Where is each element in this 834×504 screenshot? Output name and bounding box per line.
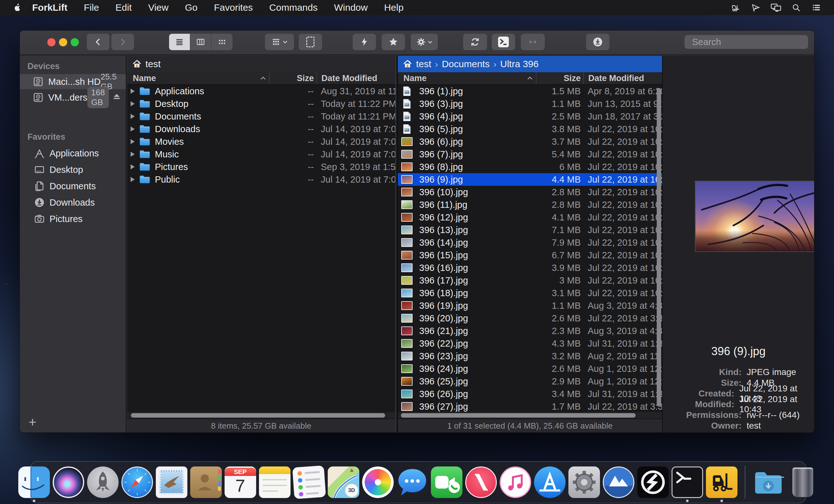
search-field[interactable] — [684, 35, 808, 49]
close-window-button[interactable] — [47, 38, 56, 46]
file-row-pictures[interactable]: Pictures -- Sep 3, 2019 at 1:53… — [127, 160, 395, 173]
file-row-applications[interactable]: Applications -- Aug 31, 2019 at 11:0… — [127, 85, 395, 97]
disclosure-triangle-icon[interactable] — [127, 164, 138, 169]
menu-list-icon[interactable] — [806, 0, 827, 15]
file-row-396-24-jpg[interactable]: 396 (24).jpg 2.6 MB Aug 1, 2019 at 12:5 — [398, 363, 662, 375]
dock-item-photos[interactable] — [362, 466, 394, 498]
file-row-396-20-jpg[interactable]: 396 (20).jpg 2.6 MB Jul 22, 2019 at 3:3 — [398, 312, 662, 325]
dock-item-siri[interactable] — [53, 466, 84, 498]
dock-item-notes[interactable] — [259, 466, 290, 498]
menu-item-commands[interactable]: Commands — [261, 0, 326, 15]
file-row-396-7-jpg[interactable]: 396 (7).jpg 5.4 MB Jul 22, 2019 at 10:4 — [398, 148, 662, 160]
sidebar-item-documents[interactable]: Documents — [20, 178, 126, 194]
file-row-396-3-jpg[interactable]: 396 (3).jpg 1.1 MB Jun 13, 2015 at 9:1 — [398, 97, 662, 110]
left-pane-path-bar[interactable]: test — [127, 56, 395, 72]
file-row-396-4-jpg[interactable]: 396 (4).jpg 2.5 MB Jun 18, 2017 at 3:2 — [398, 110, 662, 123]
select-marquee-button[interactable] — [299, 34, 322, 50]
eject-icon[interactable] — [112, 92, 122, 104]
file-row-396-27-jpg[interactable]: 396 (27).jpg 1.7 MB Jul 22, 2019 at 3:3 — [398, 400, 662, 412]
dock-item-black-circle-app[interactable] — [637, 466, 669, 498]
file-row-public[interactable]: Public -- Jul 14, 2019 at 7:04… — [127, 173, 395, 186]
file-row-movies[interactable]: Movies -- Jul 14, 2019 at 7:04… — [127, 135, 395, 148]
file-row-396-6-jpg[interactable]: 396 (6).jpg 3.7 MB Jul 22, 2019 at 10:4 — [398, 135, 662, 148]
forward-button[interactable] — [111, 34, 134, 50]
dock-item-launchpad[interactable] — [87, 466, 118, 498]
dock-item-blue-mountain-app[interactable] — [603, 466, 634, 498]
disclosure-triangle-icon[interactable] — [127, 127, 138, 132]
disclosure-triangle-icon[interactable] — [127, 114, 138, 119]
dock-item-forklift[interactable] — [706, 466, 738, 498]
dock-item-contacts[interactable] — [190, 466, 222, 498]
menu-item-help[interactable]: Help — [376, 0, 412, 15]
menu-item-window[interactable]: Window — [326, 0, 376, 15]
sync-button[interactable] — [463, 34, 487, 50]
file-row-396-5-jpg[interactable]: 396 (5).jpg 3.8 MB Jul 22, 2019 at 10:4 — [398, 123, 662, 135]
dock-item-itunes[interactable] — [500, 466, 531, 498]
menu-item-go[interactable]: Go — [177, 0, 206, 15]
dock-item-terminal[interactable] — [672, 466, 703, 498]
zoom-window-button[interactable] — [71, 38, 79, 46]
column-view-button[interactable] — [190, 34, 211, 50]
disclosure-triangle-icon[interactable] — [127, 177, 138, 182]
back-button[interactable] — [87, 34, 109, 50]
sidebar-item-pictures[interactable]: Pictures — [20, 211, 126, 227]
file-row-music[interactable]: Music -- Jul 14, 2019 at 7:04… — [127, 148, 395, 160]
dock-item-reminders[interactable] — [293, 466, 325, 498]
favorites-button[interactable] — [382, 34, 405, 50]
actions-gear-button[interactable] — [411, 34, 438, 50]
file-row-396-16-jpg[interactable]: 396 (16).jpg 3.9 MB Jul 22, 2019 at 10:4 — [398, 261, 662, 274]
disclosure-triangle-icon[interactable] — [127, 89, 138, 94]
column-header-size[interactable]: Size — [536, 72, 583, 84]
dock-item-news[interactable] — [465, 466, 497, 498]
breadcrumb-segment-documents[interactable]: Documents — [442, 59, 490, 69]
file-row-396-22-jpg[interactable]: 396 (22).jpg 4.3 MB Jul 31, 2019 at 1:3 — [398, 337, 662, 350]
column-header-name[interactable]: Name — [398, 73, 536, 83]
file-row-396-17-jpg[interactable]: 396 (17).jpg 3 MB Jul 22, 2019 at 10:4 — [398, 274, 662, 287]
arrange-by-button[interactable] — [265, 34, 294, 50]
menu-app-name[interactable]: ForkLift — [23, 2, 76, 13]
right-hscroll-thumb[interactable] — [401, 413, 636, 418]
add-favorite-button[interactable]: + — [25, 415, 39, 429]
file-row-396-8-jpg[interactable]: 396 (8).jpg 6 MB Jul 22, 2019 at 10:4 — [398, 160, 662, 173]
column-header-size[interactable]: Size — [269, 72, 316, 84]
sidebar-item-maci-sh-hd[interactable]: Maci...sh HD 25.5 GB — [20, 74, 126, 89]
file-row-396-13-jpg[interactable]: 396 (13).jpg 7.1 MB Jul 22, 2019 at 10:4 — [398, 224, 662, 236]
dock-item-safari[interactable] — [122, 466, 153, 498]
file-row-396-9-jpg[interactable]: 396 (9).jpg 4.4 MB Jul 22, 2019 at 10:4 — [398, 173, 662, 186]
minimize-window-button[interactable] — [59, 38, 67, 46]
right-vscroll-thumb[interactable] — [657, 88, 661, 407]
quick-actions-button[interactable] — [353, 34, 376, 50]
menu-item-view[interactable]: View — [140, 0, 177, 15]
transfer-button[interactable] — [521, 34, 545, 50]
paper-plane-icon[interactable] — [746, 0, 766, 15]
dock-item-downloads-folder[interactable] — [753, 466, 784, 498]
file-row-396-21-jpg[interactable]: 396 (21).jpg 2.3 MB Aug 3, 2019 at 4:30 — [398, 325, 662, 337]
dock-item-messages[interactable] — [396, 466, 428, 498]
file-row-396-11-jpg[interactable]: 396 (11).jpg 2.8 MB Jul 22, 2019 at 10:4 — [398, 198, 662, 211]
disclosure-triangle-icon[interactable] — [127, 152, 138, 157]
file-row-396-15-jpg[interactable]: 396 (15).jpg 6.7 MB Jul 22, 2019 at 10:4 — [398, 249, 662, 261]
icon-view-button[interactable] — [211, 34, 233, 50]
file-row-396-18-jpg[interactable]: 396 (18).jpg 3.1 MB Jul 22, 2019 at 10:4 — [398, 287, 662, 299]
column-header-name[interactable]: Name — [127, 73, 269, 83]
dock-item-system-preferences[interactable] — [568, 466, 600, 498]
column-header-date-modified[interactable]: Date Modified — [316, 72, 395, 84]
dock-item-finder[interactable] — [18, 466, 50, 498]
file-row-396-23-jpg[interactable]: 396 (23).jpg 3.2 MB Aug 2, 2019 at 11:3 — [398, 350, 662, 363]
disclosure-triangle-icon[interactable] — [127, 139, 138, 144]
left-hscroll-thumb[interactable] — [131, 413, 385, 418]
file-row-396-14-jpg[interactable]: 396 (14).jpg 7.9 MB Jul 22, 2019 at 10:4 — [398, 236, 662, 249]
dock-item-trash[interactable] — [787, 466, 818, 498]
sidebar-item-downloads[interactable]: Downloads — [20, 195, 126, 211]
search-icon[interactable] — [786, 0, 806, 15]
list-view-button[interactable] — [169, 34, 190, 50]
breadcrumb-segment-ultra-396[interactable]: Ultra 396 — [500, 59, 539, 69]
sidebar-item-desktop[interactable]: Desktop — [20, 162, 126, 178]
apple-menu-icon[interactable] — [12, 3, 23, 12]
right-pane-path-bar[interactable]: test›Documents›Ultra 396 — [398, 56, 662, 72]
sidebar-item-vm-ders[interactable]: VM...ders 168 GB — [20, 90, 126, 105]
file-row-396-10-jpg[interactable]: 396 (10).jpg 2.8 MB Jul 22, 2019 at 10:4 — [398, 186, 662, 198]
search-input[interactable] — [692, 37, 811, 47]
breadcrumb-segment-test[interactable]: test — [416, 59, 431, 69]
file-row-desktop[interactable]: Desktop -- Today at 11:22 PM — [127, 97, 395, 110]
